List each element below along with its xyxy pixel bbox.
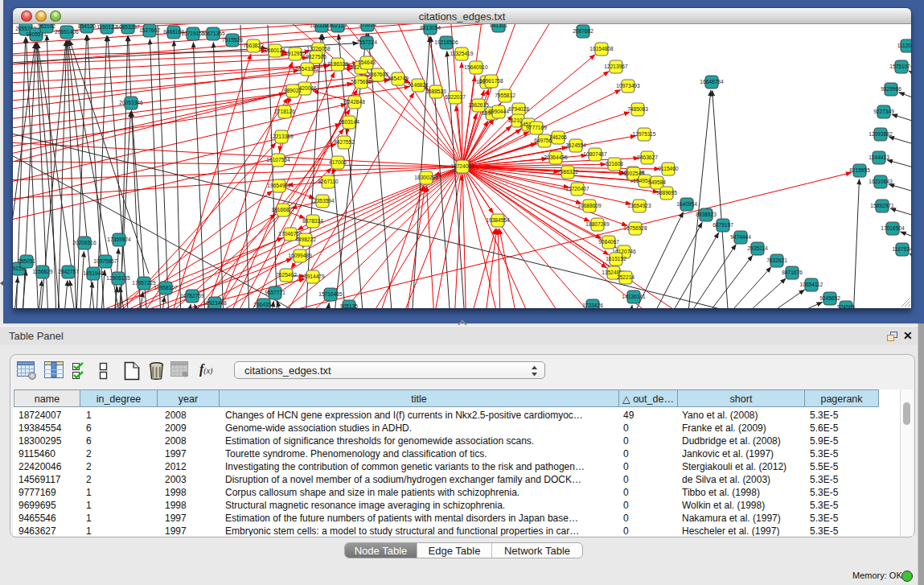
svg-text:1615152: 1615152 [606, 256, 626, 262]
svg-text:12353594: 12353594 [310, 198, 335, 204]
svg-text:15720407: 15720407 [565, 186, 589, 192]
svg-text:13654923: 13654923 [627, 203, 651, 208]
svg-text:1160122: 1160122 [97, 24, 117, 30]
svg-text:8427552: 8427552 [334, 139, 355, 145]
svg-text:9245652: 9245652 [819, 295, 840, 301]
svg-text:8990444: 8990444 [488, 109, 509, 114]
svg-text:7557224: 7557224 [356, 39, 377, 45]
svg-text:16107554: 16107554 [266, 157, 290, 163]
svg-text:20206516: 20206516 [72, 240, 97, 245]
svg-text:14136141: 14136141 [622, 294, 646, 299]
svg-text:8813054: 8813054 [420, 25, 441, 31]
svg-text:9084067: 9084067 [598, 239, 619, 245]
svg-text:8186328: 8186328 [327, 61, 348, 67]
svg-text:8267110: 8267110 [318, 179, 339, 184]
svg-text:6879197: 6879197 [713, 222, 733, 228]
svg-text:10807487: 10807487 [583, 151, 607, 157]
svg-text:9889695: 9889695 [656, 190, 677, 196]
svg-text:2718126: 2718126 [274, 109, 295, 114]
svg-text:9115460: 9115460 [658, 166, 679, 171]
svg-text:7955812: 7955812 [495, 93, 515, 98]
svg-text:18807249: 18807249 [585, 221, 610, 227]
svg-text:17359924: 17359924 [107, 237, 131, 242]
svg-text:8215955: 8215955 [849, 167, 870, 173]
svg-text:355051: 355051 [18, 258, 35, 264]
svg-text:16782759: 16782759 [180, 293, 204, 299]
svg-text:9329966: 9329966 [881, 86, 901, 92]
svg-text:9657771: 9657771 [265, 290, 285, 295]
svg-text:621608: 621608 [606, 161, 623, 167]
svg-text:1527602: 1527602 [139, 27, 160, 33]
svg-text:9777169: 9777169 [526, 125, 547, 130]
svg-text:7485063: 7485063 [627, 106, 648, 112]
svg-text:575224: 575224 [359, 24, 376, 27]
svg-text:10688609: 10688609 [577, 203, 602, 208]
svg-text:15716485: 15716485 [318, 291, 343, 297]
svg-text:16210643: 16210643 [869, 179, 893, 184]
svg-text:252214: 252214 [617, 274, 634, 280]
svg-text:12905135: 12905135 [106, 275, 130, 281]
svg-text:19654982: 19654982 [267, 183, 291, 188]
svg-text:1733426: 1733426 [582, 303, 603, 308]
svg-text:17016504: 17016504 [881, 225, 905, 231]
svg-text:5675685: 5675685 [351, 79, 372, 84]
svg-text:1588520: 1588520 [425, 89, 446, 94]
svg-text:549584: 549584 [648, 179, 666, 185]
svg-text:12213369: 12213369 [269, 134, 294, 139]
svg-text:9474444: 9474444 [730, 234, 751, 240]
svg-text:12975115: 12975115 [633, 131, 656, 137]
svg-text:6794028: 6794028 [508, 106, 529, 112]
svg-text:417006: 417006 [329, 159, 347, 165]
svg-text:2087682: 2087682 [573, 28, 593, 34]
svg-text:2803144: 2803144 [339, 119, 359, 125]
svg-text:10654112: 10654112 [800, 282, 823, 287]
svg-text:1640954: 1640954 [676, 201, 697, 207]
svg-text:841301: 841301 [490, 24, 507, 28]
svg-text:17957225: 17957225 [132, 280, 156, 286]
svg-text:10973493: 10973493 [616, 83, 640, 89]
svg-text:9463627: 9463627 [637, 154, 658, 160]
svg-text:12923448: 12923448 [203, 300, 227, 306]
svg-text:963102: 963102 [38, 24, 55, 29]
svg-text:902113: 902113 [329, 24, 347, 28]
svg-text:8454749: 8454749 [388, 76, 409, 81]
svg-text:12093882: 12093882 [869, 131, 893, 137]
svg-text:20691406: 20691406 [55, 29, 79, 35]
svg-text:19218506: 19218506 [434, 39, 458, 45]
svg-text:11325419: 11325419 [450, 51, 474, 56]
svg-text:7632621: 7632621 [766, 257, 787, 263]
svg-text:20364436: 20364436 [544, 154, 568, 160]
svg-text:14914479: 14914479 [301, 274, 325, 279]
svg-text:1156829: 1156829 [32, 269, 53, 274]
svg-text:19384554: 19384554 [486, 217, 510, 223]
svg-text:9227349: 9227349 [873, 109, 894, 114]
svg-text:746266: 746266 [549, 134, 567, 140]
svg-text:854120: 854120 [78, 24, 96, 29]
svg-text:8938923: 8938923 [696, 212, 717, 217]
svg-text:9660124: 9660124 [265, 47, 285, 53]
svg-text:6322037: 6322037 [445, 94, 466, 100]
svg-text:989021: 989021 [284, 88, 302, 93]
svg-text:15692971: 15692971 [870, 203, 894, 208]
svg-text:1362615: 1362615 [468, 102, 489, 108]
svg-text:8912955: 8912955 [285, 51, 306, 56]
svg-text:10756928: 10756928 [623, 225, 647, 231]
svg-text:12213967: 12213967 [604, 64, 628, 69]
svg-text:19166827: 19166827 [271, 207, 295, 212]
svg-text:9827505: 9827505 [306, 54, 326, 60]
svg-text:7515526: 7515526 [222, 37, 243, 43]
svg-text:18724007: 18724007 [450, 163, 474, 169]
svg-text:10958107: 10958107 [154, 285, 178, 290]
svg-text:1167534: 1167534 [892, 246, 911, 252]
svg-text:9146821: 9146821 [408, 82, 429, 88]
svg-text:7625402: 7625402 [276, 272, 297, 278]
svg-text:7663822: 7663822 [243, 43, 264, 48]
svg-text:1112034: 1112034 [897, 43, 911, 48]
svg-text:2942757: 2942757 [58, 269, 79, 274]
svg-text:905135: 905135 [340, 303, 358, 308]
svg-text:2935114: 2935114 [747, 245, 768, 251]
svg-text:16671355: 16671355 [201, 31, 225, 36]
svg-text:1451944: 1451944 [83, 270, 104, 276]
svg-text:2064351: 2064351 [253, 302, 274, 307]
svg-text:10853287: 10853287 [116, 24, 140, 30]
